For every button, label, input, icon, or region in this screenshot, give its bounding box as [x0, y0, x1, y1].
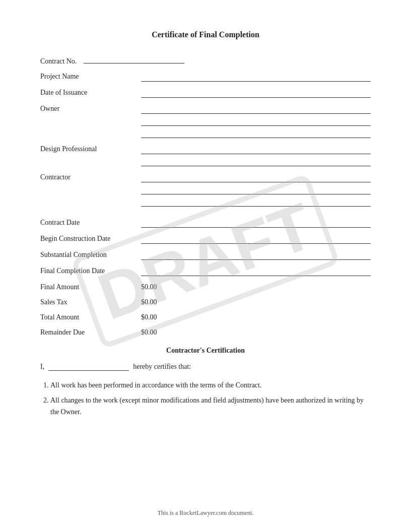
begin-construction-row: Begin Construction Date [40, 235, 371, 244]
document-page: Draft Certificate of Final Completion Co… [0, 0, 411, 532]
owner-label-spacer2 [40, 137, 141, 138]
date-issuance-field [141, 89, 371, 98]
design-professional-row-1: Design Professional [40, 145, 371, 154]
design-professional-label: Design Professional [40, 145, 141, 154]
owner-label-spacer [40, 125, 141, 126]
date-issuance-label: Date of Issuance [40, 89, 141, 98]
design-professional-field-1 [141, 145, 371, 154]
contractor-field-3 [141, 197, 371, 207]
contractor-label: Contractor [40, 173, 141, 182]
contractor-section: Contractor [40, 173, 371, 207]
contractor-row-1: Contractor [40, 173, 371, 182]
contract-date-field [141, 219, 371, 228]
substantial-completion-row: Substantial Completion [40, 251, 371, 260]
remainder-due-label: Remainder Due [40, 328, 141, 337]
substantial-completion-label: Substantial Completion [40, 251, 141, 260]
cert-name-field [48, 362, 129, 371]
total-amount-value: $0.00 [141, 313, 181, 321]
contract-no-row: Contract No. [40, 54, 371, 65]
contractor-row-3 [40, 197, 371, 207]
certification-section-title: Contractor's Certification [40, 347, 371, 355]
contract-no-field [84, 54, 184, 63]
total-amount-row: Total Amount $0.00 [40, 313, 371, 321]
contract-date-row: Contract Date [40, 219, 371, 228]
begin-construction-label: Begin Construction Date [40, 235, 141, 244]
contractor-field-1 [141, 173, 371, 182]
final-completion-row: Final Completion Date [40, 267, 371, 276]
owner-field-1 [141, 105, 371, 114]
design-professional-row-2 [40, 157, 371, 166]
design-professional-spacer [40, 165, 141, 166]
remainder-due-row: Remainder Due $0.00 [40, 328, 371, 337]
project-name-label: Project Name [40, 73, 141, 82]
footer: This is a RocketLawyer.com document. [0, 509, 411, 517]
cert-i-text: I, [40, 363, 44, 371]
date-issuance-row: Date of Issuance [40, 89, 371, 98]
contract-date-label: Contract Date [40, 219, 141, 228]
owner-row-1: Owner [40, 105, 371, 114]
sales-tax-row: Sales Tax $0.00 [40, 298, 371, 306]
project-name-row: Project Name [40, 73, 371, 82]
document-title: Certificate of Final Completion [40, 30, 371, 39]
contractor-row-2 [40, 185, 371, 194]
final-amount-row: Final Amount $0.00 [40, 283, 371, 291]
list-item-1: All work has been performed in accordanc… [50, 380, 371, 391]
contractor-spacer [40, 193, 141, 194]
final-completion-label: Final Completion Date [40, 267, 141, 276]
owner-field-3 [141, 129, 371, 138]
begin-construction-field [141, 235, 371, 244]
design-professional-field-2 [141, 157, 371, 166]
contractor-spacer2 [40, 206, 141, 207]
owner-section: Owner [40, 105, 371, 138]
list-item-2: All changes to the work (except minor mo… [50, 395, 371, 418]
contract-no-label: Contract No. [40, 57, 77, 65]
contractor-field-2 [141, 185, 371, 194]
final-completion-field [141, 267, 371, 276]
owner-row-3 [40, 129, 371, 138]
certification-line: I, hereby certifies that: [40, 362, 371, 371]
design-professional-section: Design Professional [40, 145, 371, 166]
substantial-completion-field [141, 251, 371, 260]
project-name-field [141, 73, 371, 82]
final-amount-value: $0.00 [141, 283, 181, 291]
sales-tax-label: Sales Tax [40, 298, 141, 306]
remainder-due-value: $0.00 [141, 328, 181, 337]
certification-list: All work has been performed in accordanc… [50, 380, 371, 418]
cert-text: hereby certifies that: [133, 363, 191, 371]
owner-row-2 [40, 117, 371, 126]
owner-field-2 [141, 117, 371, 126]
final-amount-label: Final Amount [40, 283, 141, 291]
owner-label: Owner [40, 105, 141, 114]
sales-tax-value: $0.00 [141, 298, 181, 306]
total-amount-label: Total Amount [40, 313, 141, 321]
